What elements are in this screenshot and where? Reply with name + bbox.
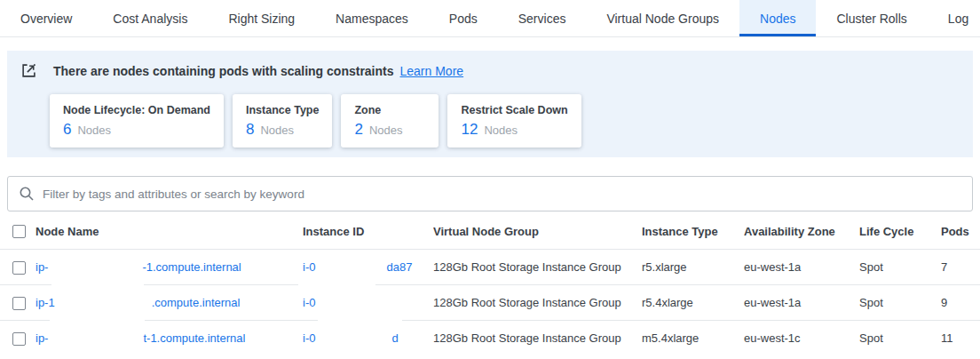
card-count: 8	[246, 121, 254, 139]
node-name-link[interactable]: ip- t-1.compute.internal	[36, 331, 296, 345]
filter-search-box[interactable]	[7, 176, 973, 211]
card-unit: Nodes	[369, 124, 403, 137]
table-header-row: Node Name Instance ID Virtual Node Group…	[0, 213, 980, 249]
card-title: Restrict Scale Down	[461, 104, 567, 116]
tab-namespaces[interactable]: Namespaces	[315, 0, 429, 36]
card-unit: Nodes	[260, 124, 294, 137]
node-name-prefix: ip-	[36, 331, 48, 345]
tab-right-sizing[interactable]: Right Sizing	[208, 0, 315, 36]
scale-constraint-icon	[21, 63, 36, 78]
card-unit: Nodes	[77, 124, 111, 137]
banner-message: There are nodes containing pods with sca…	[53, 64, 394, 78]
col-instance-type: Instance Type	[642, 225, 744, 238]
life-cycle-cell: Spot	[859, 296, 941, 309]
redacted-segment	[48, 267, 142, 267]
card-instance-type[interactable]: Instance Type 8 Nodes	[233, 94, 332, 148]
card-count: 6	[63, 121, 71, 139]
scaling-constraints-banner: There are nodes containing pods with sca…	[7, 51, 973, 157]
pods-cell: 11	[941, 331, 980, 345]
search-icon	[19, 186, 35, 202]
tab-cluster-rolls[interactable]: Cluster Rolls	[816, 0, 927, 36]
availability-zone-cell: eu-west-1c	[744, 331, 859, 345]
redaction-patch	[318, 318, 402, 323]
pods-cell: 9	[941, 296, 980, 309]
table-row[interactable]: ip-1 .compute.internal i-0 128Gb Root St…	[0, 284, 980, 320]
tab-cost-analysis[interactable]: Cost Analysis	[92, 0, 208, 36]
virtual-node-group-cell: 128Gb Root Storage Instance Group	[433, 260, 642, 274]
availability-zone-cell: eu-west-1a	[744, 296, 859, 309]
instance-id-prefix: i-0	[303, 331, 315, 345]
instance-id-prefix: i-0	[303, 260, 315, 274]
redacted-segment	[315, 338, 391, 339]
node-name-link[interactable]: ip- -1.compute.internal	[36, 260, 296, 274]
instance-type-cell: r5.xlarge	[642, 260, 744, 274]
node-name-prefix: ip-1	[36, 296, 55, 309]
node-name-suffix: .compute.internal	[152, 296, 241, 309]
virtual-node-group-cell: 128Gb Root Storage Instance Group	[433, 331, 642, 345]
tab-nodes[interactable]: Nodes	[739, 0, 816, 36]
tab-log[interactable]: Log	[928, 0, 980, 36]
row-checkbox[interactable]	[12, 332, 26, 346]
availability-zone-cell: eu-west-1a	[744, 260, 859, 274]
col-virtual-node-group: Virtual Node Group	[433, 225, 642, 238]
card-title: Node Lifecycle: On Demand	[63, 104, 210, 116]
life-cycle-cell: Spot	[859, 260, 941, 274]
card-unit: Nodes	[484, 124, 518, 137]
instance-type-cell: m5.4xlarge	[642, 331, 744, 345]
learn-more-link[interactable]: Learn More	[400, 64, 464, 78]
tab-services[interactable]: Services	[498, 0, 587, 36]
instance-id-link[interactable]: i-0	[296, 296, 433, 309]
nodes-table: Node Name Instance ID Virtual Node Group…	[0, 213, 980, 355]
tab-bar: Overview Cost Analysis Right Sizing Name…	[0, 0, 980, 37]
table-row[interactable]: ip- t-1.compute.internal i-0 d 128Gb Roo…	[0, 320, 980, 355]
row-checkbox[interactable]	[12, 297, 26, 310]
node-name-suffix: -1.compute.internal	[142, 260, 241, 274]
card-node-lifecycle[interactable]: Node Lifecycle: On Demand 6 Nodes	[50, 94, 224, 148]
card-title: Instance Type	[246, 104, 319, 116]
card-zone[interactable]: Zone 2 Nodes	[341, 94, 439, 148]
col-life-cycle: Life Cycle	[859, 225, 941, 238]
col-instance-id: Instance ID	[296, 225, 433, 238]
col-availability-zone: Availability Zone	[744, 225, 859, 238]
instance-id-prefix: i-0	[303, 296, 315, 309]
select-all-checkbox[interactable]	[12, 225, 26, 238]
instance-type-cell: r5.4xlarge	[642, 296, 744, 309]
card-count: 12	[461, 121, 478, 139]
redacted-segment	[48, 338, 143, 339]
node-name-suffix: t-1.compute.internal	[143, 331, 245, 345]
tab-virtual-node-groups[interactable]: Virtual Node Groups	[586, 0, 739, 36]
card-title: Zone	[354, 104, 425, 116]
instance-id-suffix: da87	[386, 260, 412, 274]
col-node-name: Node Name	[36, 225, 296, 238]
virtual-node-group-cell: 128Gb Root Storage Instance Group	[433, 296, 642, 309]
card-restrict-scale-down[interactable]: Restrict Scale Down 12 Nodes	[447, 94, 581, 148]
pods-cell: 7	[941, 260, 980, 274]
node-name-prefix: ip-	[36, 260, 48, 274]
redaction-patch	[51, 283, 144, 287]
table-row[interactable]: ip- -1.compute.internal i-0 da87 128Gb R…	[0, 249, 980, 284]
instance-id-suffix: d	[391, 331, 398, 345]
constraint-cards: Node Lifecycle: On Demand 6 Nodes Instan…	[50, 94, 959, 148]
card-count: 2	[354, 121, 362, 139]
life-cycle-cell: Spot	[859, 331, 941, 345]
redacted-segment	[315, 267, 386, 267]
search-input[interactable]	[43, 187, 961, 201]
redaction-patch	[50, 318, 145, 323]
instance-id-link[interactable]: i-0 d	[296, 331, 433, 345]
tab-overview[interactable]: Overview	[0, 0, 92, 36]
tab-pods[interactable]: Pods	[429, 0, 498, 36]
col-pods: Pods	[941, 225, 980, 238]
row-checkbox[interactable]	[12, 261, 26, 275]
instance-id-link[interactable]: i-0 da87	[296, 260, 433, 274]
node-name-link[interactable]: ip-1 .compute.internal	[36, 296, 296, 309]
redacted-segment	[55, 302, 152, 303]
redaction-patch	[298, 283, 375, 287]
